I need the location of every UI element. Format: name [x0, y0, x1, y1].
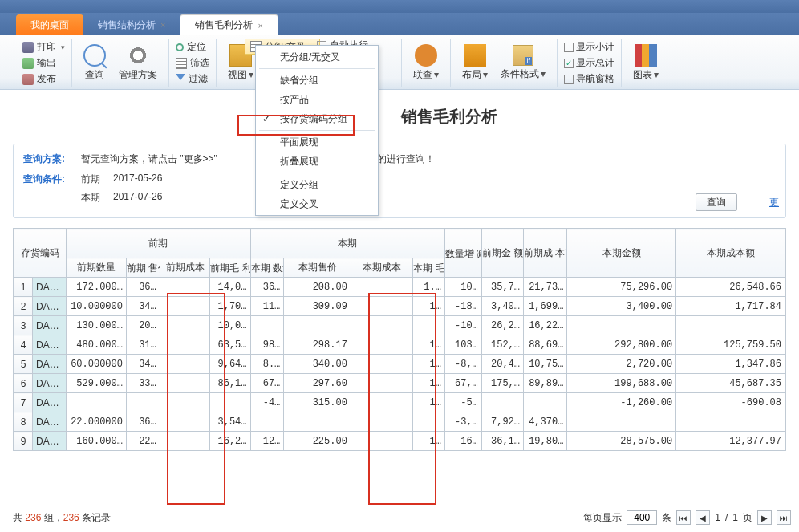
cell-cur-qty: -4… — [250, 393, 284, 412]
tab-sales-gross-profit[interactable]: 销售毛利分析× — [180, 14, 278, 35]
subtotal-checkbox[interactable] — [564, 43, 574, 52]
th-cur-cost[interactable]: 本期成本 — [351, 258, 412, 278]
link-query-button[interactable]: 联查▾ — [408, 39, 444, 87]
cell-prev-profit: 14,0… — [210, 278, 250, 297]
query-submit-button[interactable]: 查询 — [696, 193, 737, 211]
cell-profit: 10… — [444, 278, 481, 297]
cell-profit: 67,… — [444, 374, 481, 393]
page-title: 销售毛利分析 — [401, 106, 799, 128]
table-row[interactable]: 1DA…172.000…36…14,0…36…208.001.…10…35,7…… — [14, 278, 785, 297]
export-button[interactable]: 输出 — [22, 56, 65, 71]
cell-prev-amt — [481, 393, 523, 412]
row-number: 2 — [14, 297, 33, 316]
chart-icon — [635, 44, 657, 67]
table-row[interactable]: 2DA…10.00000034…1,70…11…309.091…-18…3,40… — [14, 297, 785, 316]
filter-opt-button[interactable]: 筛选 — [176, 56, 209, 71]
cell-cur-price: 298.17 — [284, 335, 351, 355]
menu-define-group[interactable]: 定义分组 — [256, 175, 378, 194]
cell-cur-price — [284, 412, 351, 432]
cell-cur-cost-amt: 45,687.35 — [676, 374, 785, 393]
th-prev-cost-amt[interactable]: 前期成 本额 — [524, 229, 567, 278]
menu-fold-display[interactable]: 折叠展现 — [256, 152, 378, 171]
tab-sales-structure[interactable]: 销售结构分析× — [83, 14, 180, 35]
th-prev-amt[interactable]: 前期金 额 — [481, 229, 523, 278]
publish-button[interactable]: 发布 — [22, 72, 65, 87]
cell-profit: -5… — [444, 393, 481, 412]
prev-page-button[interactable]: ◀ — [696, 510, 710, 525]
th-prev[interactable]: 前期 — [66, 229, 250, 258]
last-page-button[interactable]: ⏭ — [777, 510, 791, 525]
navpane-checkbox[interactable] — [564, 75, 574, 84]
close-icon[interactable]: × — [160, 20, 165, 30]
chevron-down-icon: ▾ — [541, 68, 546, 79]
next-page-button[interactable]: ▶ — [757, 510, 772, 525]
th-prev-profit[interactable]: 前期毛 利 — [210, 258, 250, 278]
cell-prev-cost — [160, 278, 210, 297]
menu-by-product[interactable]: 按产品 — [256, 90, 378, 109]
prev-period-value: 2017-05-26 — [113, 173, 162, 186]
cell-prev-cost-amt: 21,73… — [524, 278, 567, 297]
cell-code: DA… — [32, 432, 66, 451]
menu-define-cross[interactable]: 定义交叉 — [256, 194, 378, 213]
table-row[interactable]: 3DA…130.000…20…10,0…-10…26,2…16,22… — [14, 316, 785, 335]
th-cur[interactable]: 本期 — [250, 229, 444, 258]
cell-cur-cost — [351, 412, 412, 432]
cell-cur-profit: 1.… — [413, 278, 445, 297]
total-checkbox[interactable]: ✓ — [564, 59, 574, 68]
cell-cur-price: 340.00 — [284, 355, 351, 374]
locate-button[interactable]: 定位 — [176, 40, 209, 55]
cell-cur-amt: 2,720.00 — [567, 355, 676, 374]
chart-button[interactable]: 图表▾ — [628, 39, 663, 87]
footer-bar: 共 236 组，236 条记录 每页显示 条 ⏮ ◀ 1 / 1 页 ▶ ⏭ — [13, 508, 791, 527]
cell-prev-profit: 9,64… — [210, 355, 250, 374]
chevron-down-icon: ▾ — [61, 43, 65, 51]
th-qty-effect[interactable]: 数量增 减及成 本影响 — [444, 229, 481, 278]
first-page-button[interactable]: ⏮ — [676, 510, 691, 525]
manage-plan-button[interactable]: 管理方案 — [114, 39, 162, 87]
page-total: 1 — [732, 512, 738, 523]
th-stock-code[interactable]: 存货编码 — [14, 229, 67, 278]
cond-format-button[interactable]: 条件格式▾ — [496, 39, 550, 87]
cell-prev-cost — [160, 316, 210, 335]
record-count: 共 236 组，236 条记录 — [13, 511, 111, 525]
table-row[interactable]: 7DA…-4…315.001…-5…-1,260.00-690.08 — [14, 393, 785, 412]
table-row[interactable]: 8DA…22.00000036…3,54…-3,…7,92…4,370… — [14, 412, 785, 432]
query-panel: 查询方案: 暂无查询方案，请点击 "更多>>" 的进行查询！ 查询条件: 前期2… — [13, 144, 786, 218]
cell-cur-qty: 98… — [250, 335, 284, 355]
cell-prev-price: 34… — [126, 297, 160, 316]
per-page-input[interactable] — [627, 510, 657, 525]
menu-no-group[interactable]: 无分组/无交叉 — [256, 47, 378, 67]
menu-flat-display[interactable]: 平面展现 — [256, 132, 378, 152]
menu-default-group[interactable]: 缺省分组 — [256, 71, 378, 90]
th-prev-price[interactable]: 前期 售价 — [126, 258, 160, 278]
close-icon[interactable]: × — [258, 21, 262, 30]
print-button[interactable]: 打印▾ — [22, 40, 65, 55]
table-row[interactable]: 6DA…529.000…33…86,1…67…297.601…67,…175,…… — [14, 374, 785, 393]
table-row[interactable]: 5DA…60.00000034…9,64…8.…340.001…-8,…20,4… — [14, 355, 785, 374]
table-row[interactable]: 4DA…480.000…31…63,5…98…298.171…103…152,…… — [14, 335, 785, 355]
tab-desktop[interactable]: 我的桌面 — [16, 14, 83, 35]
filter-button[interactable]: 过滤 — [176, 72, 209, 87]
menu-by-stock-code[interactable]: 按存货编码分组 — [256, 109, 378, 128]
th-cur-qty[interactable]: 本期 数量 — [250, 258, 284, 278]
more-link[interactable]: 更 — [769, 196, 779, 209]
query-button[interactable]: 查询 — [79, 39, 111, 87]
cell-prev-cost-amt: 16,22… — [524, 316, 567, 335]
th-cur-profit[interactable]: 本期 毛利 — [413, 258, 445, 278]
cell-code: DA… — [32, 355, 66, 374]
th-prev-qty[interactable]: 前期数量 — [66, 258, 126, 278]
table-row[interactable]: 9DA…160.000…22…16,2…12…225.001…16…36,1…1… — [14, 432, 785, 451]
cell-prev-amt: 152,… — [481, 335, 523, 355]
th-cur-price[interactable]: 本期售价 — [284, 258, 351, 278]
layout-button[interactable]: 布局▾ — [457, 39, 493, 87]
cell-code: DA… — [32, 374, 66, 393]
cell-prev-cost — [160, 374, 210, 393]
cell-prev-profit: 16,2… — [210, 432, 250, 451]
th-cur-amt[interactable]: 本期金额 — [567, 229, 676, 278]
cell-cur-amt: -1,260.00 — [567, 393, 676, 412]
th-cur-cost-amt[interactable]: 本期成本额 — [676, 229, 785, 278]
cell-cur-price: 208.00 — [284, 278, 351, 297]
th-prev-cost[interactable]: 前期成本 — [160, 258, 210, 278]
cell-prev-cost-amt — [524, 393, 567, 412]
pager: 每页显示 条 ⏮ ◀ 1 / 1 页 ▶ ⏭ — [583, 510, 791, 525]
